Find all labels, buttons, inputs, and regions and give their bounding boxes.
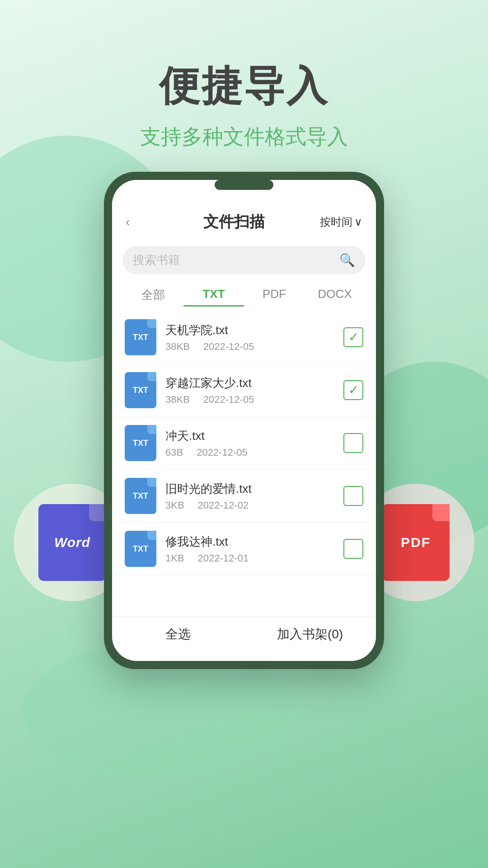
file-name: 冲天.txt: [165, 428, 343, 444]
file-checkbox[interactable]: [343, 486, 363, 506]
hero-section: 便捷导入 支持多种文件格式导入: [0, 0, 488, 151]
file-size: 38KB: [165, 394, 190, 406]
list-item[interactable]: TXT 冲天.txt 63B 2022-12-05: [112, 417, 376, 470]
file-checkbox[interactable]: ✓: [343, 380, 363, 400]
file-name: 旧时光的爱情.txt: [165, 481, 343, 497]
add-to-shelf-button[interactable]: 加入书架(0): [244, 626, 376, 643]
file-size: 38KB: [165, 341, 190, 353]
back-button[interactable]: ‹: [126, 215, 148, 229]
pdf-document-icon: PDF: [382, 504, 450, 581]
word-document-icon: Word: [38, 504, 106, 581]
file-type-icon: TXT: [125, 478, 156, 514]
phone-mockup: ‹ 文件扫描 按时间 ∨ 搜索书籍 🔍 全部 TXT PDF: [104, 172, 384, 669]
sort-arrow: ∨: [354, 216, 362, 228]
file-date: 2022-12-05: [203, 341, 254, 353]
filter-tabs: 全部 TXT PDF DOCX: [112, 274, 376, 311]
phone-screen: ‹ 文件扫描 按时间 ∨ 搜索书籍 🔍 全部 TXT PDF: [112, 180, 376, 661]
file-meta: 38KB 2022-12-05: [165, 341, 343, 353]
file-info: 穿越江家大少.txt 38KB 2022-12-05: [165, 375, 343, 406]
file-date: 2022-12-01: [198, 552, 249, 564]
hero-subtitle: 支持多种文件格式导入: [0, 123, 488, 151]
file-date: 2022-12-02: [198, 500, 249, 511]
checkmark-icon: ✓: [348, 331, 359, 344]
file-meta: 3KB 2022-12-02: [165, 500, 343, 511]
file-meta: 63B 2022-12-05: [165, 447, 343, 458]
tab-txt[interactable]: TXT: [183, 283, 244, 307]
search-bar[interactable]: 搜索书籍 🔍: [123, 246, 365, 274]
file-meta: 38KB 2022-12-05: [165, 394, 343, 406]
file-meta: 1KB 2022-12-01: [165, 552, 343, 564]
file-checkbox[interactable]: [343, 433, 363, 453]
file-name: 天机学院.txt: [165, 322, 343, 338]
file-checkbox[interactable]: ✓: [343, 327, 363, 347]
file-name: 穿越江家大少.txt: [165, 375, 343, 391]
pdf-label: PDF: [401, 535, 431, 550]
select-all-button[interactable]: 全选: [112, 626, 244, 643]
search-icon: 🔍: [339, 253, 355, 268]
file-type-icon: TXT: [125, 319, 156, 355]
search-input[interactable]: 搜索书籍: [133, 252, 339, 268]
file-type-icon: TXT: [125, 425, 156, 461]
list-item[interactable]: TXT 修我达神.txt 1KB 2022-12-01: [112, 523, 376, 576]
file-info: 修我达神.txt 1KB 2022-12-01: [165, 534, 343, 564]
file-date: 2022-12-05: [197, 447, 248, 458]
checkmark-icon: ✓: [348, 384, 359, 396]
file-size: 3KB: [165, 500, 184, 511]
sort-button[interactable]: 按时间 ∨: [320, 215, 362, 229]
app-content: ‹ 文件扫描 按时间 ∨ 搜索书籍 🔍 全部 TXT PDF: [112, 180, 376, 661]
page-title: 文件扫描: [148, 212, 320, 232]
file-type-icon: TXT: [125, 372, 156, 408]
hero-title: 便捷导入: [0, 59, 488, 114]
file-checkbox[interactable]: [343, 539, 363, 559]
sort-label: 按时间: [320, 215, 352, 229]
file-name: 修我达神.txt: [165, 534, 343, 550]
file-date: 2022-12-05: [203, 394, 254, 406]
file-info: 天机学院.txt 38KB 2022-12-05: [165, 322, 343, 353]
file-info: 冲天.txt 63B 2022-12-05: [165, 428, 343, 458]
file-size: 63B: [165, 447, 183, 458]
tab-docx[interactable]: DOCX: [305, 283, 365, 307]
list-item[interactable]: TXT 天机学院.txt 38KB 2022-12-05 ✓: [112, 311, 376, 364]
tab-all[interactable]: 全部: [123, 283, 183, 307]
phone-frame: ‹ 文件扫描 按时间 ∨ 搜索书籍 🔍 全部 TXT PDF: [104, 172, 384, 669]
file-size: 1KB: [165, 552, 184, 564]
phone-notch: [215, 180, 273, 190]
file-info: 旧时光的爱情.txt 3KB 2022-12-02: [165, 481, 343, 511]
file-list: TXT 天机学院.txt 38KB 2022-12-05 ✓: [112, 311, 376, 616]
tab-pdf[interactable]: PDF: [244, 283, 305, 307]
list-item[interactable]: TXT 旧时光的爱情.txt 3KB 2022-12-02: [112, 470, 376, 523]
file-type-icon: TXT: [125, 531, 156, 567]
app-bottom-bar: 全选 加入书架(0): [112, 616, 376, 661]
list-item[interactable]: TXT 穿越江家大少.txt 38KB 2022-12-05 ✓: [112, 364, 376, 417]
word-label: Word: [54, 535, 90, 550]
